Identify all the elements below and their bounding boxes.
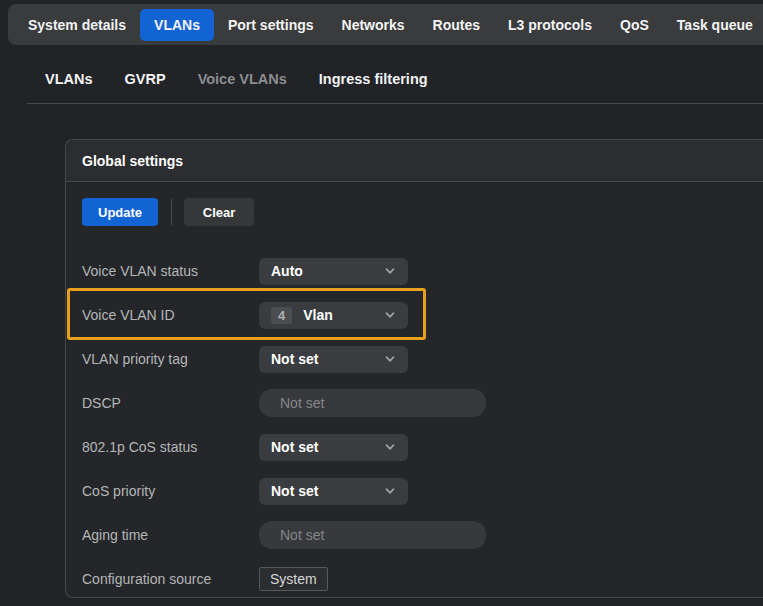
aging-time-input[interactable] (259, 521, 486, 549)
nav-tab-system-details[interactable]: System details (14, 9, 140, 41)
panel-header: Global settings (66, 140, 763, 182)
voice-vlan-status-dropdown[interactable]: Auto (259, 258, 408, 285)
voice-vlan-id-dropdown[interactable]: 4Vlan (259, 302, 408, 329)
sub-tab-gvrp[interactable]: GVRP (125, 71, 166, 87)
clear-button[interactable]: Clear (184, 198, 254, 226)
nav-tab-task-queue[interactable]: Task queue (663, 9, 763, 41)
update-button[interactable]: Update (82, 198, 158, 226)
nav-tab-l3-protocols[interactable]: L3 protocols (494, 9, 606, 41)
802-1p-cos-status-dropdown[interactable]: Not set (259, 434, 408, 461)
vlan-id-badge: 4 (271, 307, 292, 324)
chevron-down-icon (384, 353, 396, 365)
field-label: CoS priority (82, 483, 259, 499)
field-label: Voice VLAN status (82, 263, 259, 279)
field-row-vlan-priority-tag: VLAN priority tagNot set (82, 345, 753, 373)
chevron-down-icon (384, 485, 396, 497)
field-row-802-1p-cos-status: 802.1p CoS statusNot set (82, 433, 753, 461)
cos-priority-dropdown[interactable]: Not set (259, 478, 408, 505)
chevron-down-icon (384, 441, 396, 453)
nav-tab-qos[interactable]: QoS (606, 9, 663, 41)
field-row-aging-time: Aging time (82, 521, 753, 549)
nav-tab-vlans[interactable]: VLANs (140, 9, 214, 41)
form-fields: Voice VLAN statusAutoVoice VLAN ID4VlanV… (82, 257, 753, 593)
sub-tab-bar: VLANsGVRPVoice VLANsIngress filtering (45, 71, 428, 87)
button-divider (171, 199, 172, 225)
chevron-down-icon (384, 309, 396, 321)
panel-body: Update Clear Voice VLAN statusAutoVoice … (66, 182, 763, 593)
dropdown-selected-value: Not set (271, 483, 384, 499)
sub-tab-ingress-filtering[interactable]: Ingress filtering (319, 71, 428, 87)
top-navigation-bar: System detailsVLANsPort settingsNetworks… (8, 4, 763, 45)
field-label: VLAN priority tag (82, 351, 259, 367)
sub-tab-divider (27, 103, 763, 104)
configuration-source-value: System (259, 567, 328, 591)
field-label: Aging time (82, 527, 259, 543)
field-row-voice-vlan-status: Voice VLAN statusAuto (82, 257, 753, 285)
field-label: Configuration source (82, 571, 259, 587)
dscp-input[interactable] (259, 389, 486, 417)
field-label: Voice VLAN ID (82, 307, 259, 323)
field-row-cos-priority: CoS priorityNot set (82, 477, 753, 505)
nav-tab-port-settings[interactable]: Port settings (214, 9, 328, 41)
dropdown-selected-value: Not set (271, 351, 384, 367)
field-row-dscp: DSCP (82, 389, 753, 417)
dropdown-selected-value: Auto (271, 263, 384, 279)
vlan-priority-tag-dropdown[interactable]: Not set (259, 346, 408, 373)
nav-tab-networks[interactable]: Networks (328, 9, 419, 41)
chevron-down-icon (384, 265, 396, 277)
sub-tab-voice-vlans[interactable]: Voice VLANs (198, 71, 287, 87)
sub-tab-vlans[interactable]: VLANs (45, 71, 93, 87)
panel-title: Global settings (82, 153, 183, 169)
field-row-configuration-source: Configuration sourceSystem (82, 565, 753, 593)
global-settings-panel: Global settings Update Clear Voice VLAN … (65, 139, 763, 598)
dropdown-selected-value: Not set (271, 439, 384, 455)
nav-tab-routes[interactable]: Routes (419, 9, 494, 41)
dropdown-selected-value: Vlan (303, 307, 384, 323)
field-label: DSCP (82, 395, 259, 411)
action-button-row: Update Clear (82, 198, 753, 226)
field-row-voice-vlan-id: Voice VLAN ID4Vlan (82, 301, 753, 329)
field-label: 802.1p CoS status (82, 439, 259, 455)
